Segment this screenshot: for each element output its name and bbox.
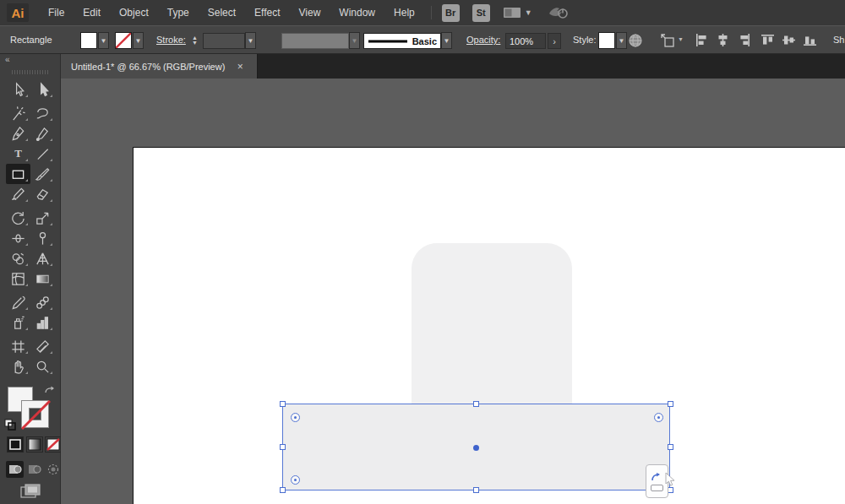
menu-item-help[interactable]: Help	[384, 0, 424, 25]
handle-top-right[interactable]	[668, 401, 673, 407]
tool-magic-wand[interactable]	[6, 103, 30, 123]
stroke-weight-chevron-icon[interactable]: ▼	[245, 32, 256, 49]
tool-eraser[interactable]	[30, 184, 55, 204]
tool-pen[interactable]	[6, 123, 30, 144]
menubar: Ai FileEditObjectTypeSelectEffectViewWin…	[0, 0, 845, 25]
style-chevron-icon[interactable]: ▼	[616, 32, 627, 49]
menu-item-effect[interactable]: Effect	[245, 0, 289, 25]
tool-slice[interactable]	[30, 336, 55, 356]
none-button[interactable]	[45, 436, 62, 453]
stock-button[interactable]: St	[472, 4, 490, 22]
transform-icon[interactable]	[660, 33, 677, 50]
stroke-weight-label[interactable]: Stroke:	[156, 35, 186, 45]
menu-item-window[interactable]: Window	[330, 0, 384, 25]
fill-color-swatch[interactable]	[80, 32, 97, 49]
color-button[interactable]	[7, 436, 24, 453]
width-profile-chevron-icon: ▼	[349, 32, 360, 49]
stroke-weight-field[interactable]	[203, 33, 245, 49]
rounded-rectangle-shape[interactable]	[412, 243, 572, 406]
opacity-more-button[interactable]: ›	[548, 33, 561, 49]
gradient-button[interactable]	[26, 436, 43, 453]
tool-type[interactable]: T	[6, 144, 30, 164]
menu-item-edit[interactable]: Edit	[74, 0, 110, 25]
plugin-power-icon[interactable]	[546, 5, 571, 20]
tools-panel: « T	[0, 54, 61, 504]
brush-chevron-icon[interactable]: ▼	[441, 32, 452, 49]
tab-close-icon[interactable]: ×	[233, 61, 247, 73]
stroke-color-swatch[interactable]	[115, 32, 132, 49]
stroke-proxy-swatch[interactable]	[21, 400, 49, 428]
tool-width[interactable]	[6, 228, 30, 248]
workspace-switcher-icon[interactable]	[503, 6, 521, 19]
tool-puppet-warp[interactable]	[30, 228, 55, 248]
corner-widget-bottom-left[interactable]	[291, 475, 300, 485]
tool-hand[interactable]	[6, 356, 30, 377]
tool-symbol-sprayer[interactable]	[6, 312, 30, 333]
tool-eyedropper[interactable]	[6, 292, 30, 312]
align-top-icon[interactable]	[760, 33, 775, 49]
draw-behind-icon[interactable]	[25, 461, 43, 478]
canvas-area[interactable]	[61, 79, 845, 504]
collapse-panel-icon[interactable]: «	[5, 55, 9, 64]
tool-zoom[interactable]	[30, 356, 55, 377]
tool-rectangle[interactable]	[6, 164, 30, 184]
tool-column-graph[interactable]	[30, 312, 55, 333]
tool-line-segment[interactable]	[30, 144, 55, 164]
opacity-field[interactable]: 100%	[505, 33, 546, 49]
tool-shaper[interactable]	[6, 184, 30, 204]
handle-bottom-left[interactable]	[280, 487, 286, 493]
tool-curvature[interactable]	[30, 123, 55, 144]
align-vertical-center-icon[interactable]	[782, 33, 796, 49]
tool-selection[interactable]	[6, 79, 30, 100]
tool-scale[interactable]	[30, 208, 55, 228]
tool-blend[interactable]	[30, 292, 55, 312]
screen-mode-icon[interactable]	[20, 483, 42, 503]
workspace-chevron-icon[interactable]: ▼	[525, 8, 532, 17]
style-swatch[interactable]	[598, 32, 615, 49]
tool-paintbrush[interactable]	[30, 164, 55, 184]
recolor-artwork-icon[interactable]	[628, 33, 643, 50]
tool-artboard[interactable]	[6, 336, 30, 356]
menu-item-object[interactable]: Object	[110, 0, 158, 25]
tool-gradient[interactable]	[30, 268, 55, 289]
transform-chevron-icon[interactable]: ▼	[678, 36, 684, 42]
fill-chevron-icon[interactable]: ▼	[98, 32, 109, 49]
handle-top-left[interactable]	[280, 401, 286, 407]
menu-item-view[interactable]: View	[290, 0, 330, 25]
handle-bottom-center[interactable]	[473, 487, 479, 493]
tool-lasso[interactable]	[30, 103, 55, 123]
mouse-cursor-icon	[664, 472, 676, 490]
align-horizontal-center-icon[interactable]	[716, 33, 730, 49]
corner-widget-top-left[interactable]	[291, 413, 300, 422]
default-fill-stroke-icon[interactable]	[4, 419, 16, 434]
align-right-icon[interactable]	[737, 33, 751, 49]
brush-definition-dropdown[interactable]: Basic	[363, 33, 441, 49]
corner-widget-top-right[interactable]	[654, 413, 663, 422]
tool-perspective-grid[interactable]	[30, 248, 55, 268]
tool-direct-selection[interactable]	[30, 79, 55, 100]
draw-inside-icon[interactable]	[44, 461, 62, 478]
menu-item-file[interactable]: File	[39, 0, 74, 25]
handle-middle-left[interactable]	[280, 444, 286, 450]
bridge-button[interactable]: Br	[442, 4, 460, 22]
tool-mesh[interactable]	[6, 268, 30, 289]
swap-fill-stroke-icon[interactable]	[44, 385, 57, 400]
menu-item-select[interactable]: Select	[199, 0, 245, 25]
brush-definition-value: Basic	[412, 36, 437, 46]
opacity-label[interactable]: Opacity:	[466, 35, 500, 45]
align-bottom-icon[interactable]	[803, 33, 817, 49]
stroke-chevron-icon[interactable]: ▼	[133, 32, 144, 49]
width-profile-dropdown[interactable]	[281, 33, 349, 49]
align-left-icon[interactable]	[695, 33, 709, 49]
document-tab[interactable]: Untitled-1* @ 66.67% (RGB/Preview) ×	[61, 54, 258, 79]
handle-top-center[interactable]	[473, 401, 479, 407]
handle-middle-right[interactable]	[668, 444, 673, 450]
menu-item-type[interactable]: Type	[158, 0, 199, 25]
panel-grip[interactable]	[12, 70, 49, 74]
active-tool-label: Rectangle	[10, 35, 52, 45]
tool-rotate[interactable]	[6, 208, 30, 228]
tool-shape-builder[interactable]	[6, 248, 30, 268]
draw-normal-icon[interactable]	[6, 461, 24, 478]
stroke-weight-stepper[interactable]: ▲▼	[189, 32, 200, 49]
selection-center-point[interactable]	[473, 445, 479, 451]
